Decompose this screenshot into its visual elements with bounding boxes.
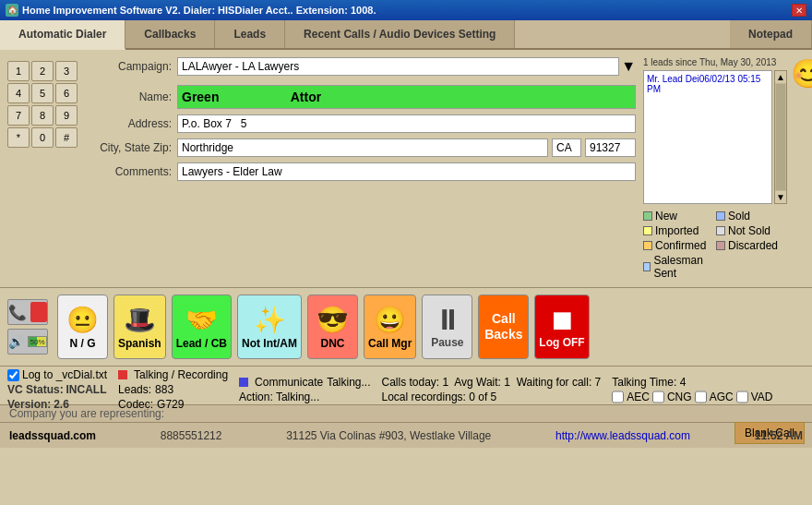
pause-button[interactable]: ⏸ Pause — [422, 295, 472, 359]
red-indicator — [30, 302, 47, 322]
app-icon: 🏠 — [6, 4, 18, 17]
form-area: Campaign: ▼ Name: Address: City, State Z… — [85, 57, 636, 280]
leads-panel: 1 leads since Thu, May 30, 2013 Mr. Lead… — [643, 57, 805, 280]
dialpad-key-3[interactable]: 3 — [55, 61, 78, 81]
city-input[interactable] — [177, 138, 548, 157]
leads-info-wrapper: Mr. Lead Dei06/02/13 05:15 PM ▲ ▼ — [643, 70, 787, 204]
dialpad: 123456789*0# — [7, 61, 78, 148]
comments-input[interactable] — [177, 162, 636, 181]
footer-address: 31125 Via Colinas #903, Westlake Village — [286, 429, 491, 442]
action-bar: 📞 🔊 50% 😐 N / G 🎩 Spanish 🤝 Lead / CB ✨ … — [0, 287, 812, 366]
pause-icon: ⏸ — [434, 305, 461, 336]
footer-company: leadssquad.com — [9, 429, 96, 442]
call-mgr-button[interactable]: 😀 Call Mgr — [364, 295, 416, 359]
callbacks-button[interactable]: CallBacks — [478, 295, 529, 359]
legend-confirmed: Confirmed — [643, 239, 714, 252]
footer-website: http://www.leadssquad.com — [555, 429, 690, 442]
communicate-dot — [239, 378, 248, 387]
vc-status: VC Status: INCALL — [7, 383, 107, 396]
legend-not-sold: Not Sold — [716, 224, 787, 237]
not-intam-button[interactable]: ✨ Not Int/AM — [237, 295, 302, 359]
dialpad-key-*[interactable]: * — [7, 127, 30, 148]
scroll-down[interactable]: ▼ — [775, 191, 786, 203]
campaign-input[interactable] — [177, 57, 619, 76]
address-label: Address: — [94, 117, 177, 130]
spanish-button[interactable]: 🎩 Spanish — [113, 295, 166, 359]
campaign-dropdown-icon[interactable]: ▼ — [621, 58, 636, 75]
dialpad-key-7[interactable]: 7 — [7, 105, 30, 126]
status-left: Log to _vcDial.txt VC Status: INCALL Ver… — [7, 368, 107, 411]
lead-entry: Mr. Lead Dei06/02/13 05:15 PM — [647, 74, 769, 94]
speaker-icon: 🔊 — [8, 334, 24, 349]
address-input[interactable] — [177, 114, 636, 133]
dnc-button[interactable]: 😎 DNC — [307, 295, 358, 359]
scroll-thumb — [776, 84, 785, 190]
tab-recent-calls[interactable]: Recent Calls / Audio Devices Setting — [285, 20, 515, 48]
status-center-left: Talking / Recording Leads: 883 Codec: G7… — [118, 368, 228, 411]
city-row: City, State Zip: — [94, 138, 636, 157]
campaign-label: Campaign: — [94, 60, 177, 73]
log-checkbox-area: Log to _vcDial.txt — [7, 368, 107, 381]
phone-controls: 📞 🔊 50% — [7, 299, 48, 355]
status-calls: Calls today: 1 Avg Wait: 1 Waiting for c… — [382, 376, 602, 403]
agc-checkbox[interactable] — [695, 391, 707, 403]
leads-scrollbar[interactable]: ▲ ▼ — [774, 70, 787, 204]
ng-button[interactable]: 😐 N / G — [57, 295, 108, 359]
status-communicate: Communicate Talking... Action: Talking..… — [239, 376, 370, 403]
tab-leads[interactable]: Leads — [215, 20, 285, 48]
calls-today: Calls today: 1 Avg Wait: 1 Waiting for c… — [382, 376, 602, 389]
volume-bar: 50% — [28, 336, 47, 347]
not-intam-icon: ✨ — [254, 305, 286, 335]
legend-area: New Sold Imported Not Sold Confirmed Dis… — [643, 210, 787, 280]
tab-notepad[interactable]: Notepad — [730, 20, 812, 48]
call-mgr-icon: 😀 — [374, 305, 406, 335]
legend-salesman: Salesman Sent — [643, 254, 714, 280]
vad-checkbox[interactable] — [736, 391, 748, 403]
name-label: Name: — [94, 90, 177, 103]
dialpad-key-6[interactable]: 6 — [55, 83, 78, 103]
talking-recording: Talking / Recording — [118, 368, 228, 381]
logoff-button[interactable]: ⏹ Log OFF — [534, 295, 589, 359]
dialpad-key-0[interactable]: 0 — [31, 127, 54, 148]
status-bar: Log to _vcDial.txt VC Status: INCALL Ver… — [0, 366, 812, 404]
footer-time: 11:52 AM — [755, 429, 803, 442]
comments-label: Comments: — [94, 165, 177, 178]
dialpad-key-8[interactable]: 8 — [31, 105, 54, 126]
cng-checkbox[interactable] — [652, 391, 664, 403]
legend-imported: Imported — [643, 224, 714, 237]
city-state-zip-label: City, State Zip: — [94, 141, 177, 154]
aec-checkbox[interactable] — [612, 391, 624, 403]
main-content: 123456789*0# Campaign: ▼ Name: Address: … — [0, 50, 812, 287]
comments-row: Comments: — [94, 162, 636, 181]
legend-new: New — [643, 210, 714, 222]
smiley-icon[interactable]: 😊 — [791, 57, 812, 90]
company-rep-label: Company you are representing: — [0, 404, 812, 422]
legend-sold: Sold — [716, 210, 787, 222]
tab-automatic-dialer[interactable]: Automatic Dialer — [0, 20, 125, 50]
dialpad-key-9[interactable]: 9 — [55, 105, 78, 126]
name-input[interactable] — [177, 85, 636, 109]
title-bar: 🏠 Home Improvement Software V2. Dialer: … — [0, 0, 812, 20]
phone-icon: 📞 — [8, 304, 27, 321]
talking-dot — [118, 370, 127, 379]
name-row: Name: — [94, 85, 636, 109]
communicate-row: Communicate Talking... — [239, 376, 370, 389]
dialpad-key-4[interactable]: 4 — [7, 83, 30, 103]
zip-input[interactable] — [585, 138, 636, 157]
dialpad-key-1[interactable]: 1 — [7, 61, 30, 81]
volume-button[interactable]: 🔊 50% — [7, 329, 48, 355]
phone-button[interactable]: 📞 — [7, 299, 48, 325]
legend-discarded: Discarded — [716, 239, 787, 252]
callbacks-label: CallBacks — [484, 311, 522, 343]
dialpad-key-2[interactable]: 2 — [31, 61, 54, 81]
local-recordings: Local recordings: 0 of 5 — [382, 391, 602, 403]
close-button[interactable]: ✕ — [792, 4, 806, 17]
log-checkbox[interactable] — [7, 369, 19, 381]
lead-cb-button[interactable]: 🤝 Lead / CB — [172, 295, 232, 359]
dialpad-key-5[interactable]: 5 — [31, 83, 54, 103]
dialpad-key-#[interactable]: # — [55, 127, 78, 148]
tab-callbacks[interactable]: Callbacks — [125, 20, 215, 48]
state-input[interactable] — [552, 138, 581, 157]
tabs-bar: Automatic Dialer Callbacks Leads Recent … — [0, 20, 812, 50]
scroll-up[interactable]: ▲ — [775, 71, 786, 83]
